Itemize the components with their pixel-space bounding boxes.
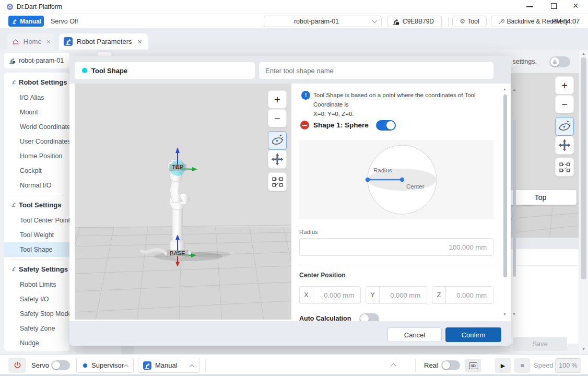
info-text: Tool Shape is based on a point where the… [313,90,496,119]
scroll-up-icon[interactable]: ▲ [582,52,585,55]
scroll-down-icon[interactable]: ▼ [582,347,585,351]
sidebar-item-tool-weight[interactable]: Tool Weight [4,228,69,242]
toolbar-divider [448,17,449,26]
radius-input[interactable]: 100.000 mm [299,238,493,256]
center-x-input[interactable]: X 0.000 mm [299,286,361,304]
radius-label: Radius [299,229,318,235]
parameter-settings-lock-toggle[interactable] [549,56,570,67]
role-status-dot [83,363,87,368]
title-bar: Dr.Dart-Platform × [0,0,588,14]
tab-home-label: Home [23,38,42,45]
power-button[interactable] [8,358,26,373]
confirm-button[interactable]: Confirm [445,327,501,342]
servo-toggle[interactable] [51,360,70,370]
zoom-out-button[interactable]: − [268,109,287,127]
measure-button[interactable] [268,172,287,191]
window-scrollbar[interactable]: ▲ ▼ [579,50,588,354]
stop-button[interactable]: ■ [514,358,530,373]
sidebar-item-cockpit[interactable]: Cockpit [4,163,69,178]
radius-unit: mm [475,243,487,251]
axis-x-label: X [300,287,313,303]
sidebar-item-user-coordinates[interactable]: User Coordinates [4,134,69,149]
auto-calculation-toggle[interactable] [359,313,379,321]
cancel-button[interactable]: Cancel [387,327,442,342]
bg-orbit-button[interactable] [555,117,574,136]
center-z-input[interactable]: Z 0.000 mm [432,286,493,304]
sidebar-item-safety-zone[interactable]: Safety Zone [4,321,69,336]
sidebar-item-robot-limits[interactable]: Robot Limits [4,277,69,292]
robot-lock-icon [392,18,399,26]
param-file-select[interactable]: robot-param-01 [264,16,382,27]
bottom-bar: Servo Supervisor Manual [0,354,588,376]
tcp-label: TCP [172,164,183,170]
viewer-3d-button[interactable]: 3D [465,359,481,372]
stop-icon: ■ [520,362,524,369]
robot-serial-box[interactable]: C9E8B79D [387,16,442,27]
role-select[interactable]: Supervisor [76,358,134,373]
bg-pan-button[interactable] [555,136,574,155]
pan-button[interactable] [268,150,287,169]
tool-shape-name-input[interactable] [259,62,493,79]
base-label: BASE [170,250,185,256]
zoom-in-button[interactable]: + [268,90,287,109]
bar-divider [205,359,206,372]
panel-scroll-down-icon[interactable]: ▼ [503,312,507,316]
shape-enabled-toggle[interactable] [376,120,396,131]
chevron-up-icon [124,365,129,370]
panel-scroll-up-icon[interactable]: ▲ [503,87,507,91]
sidebar-divider [9,195,64,195]
robot-3d-scene[interactable]: TCP BASE [75,84,291,320]
play-button[interactable]: ▶ [495,358,511,373]
sidebar-item-safety-stop-modes[interactable]: Safety Stop Modes [4,307,69,321]
top-toolbar: Manual Servo Off robot-param-01 C9E8B79D… [0,14,588,28]
tab-robot-parameters-close-icon[interactable]: × [138,38,142,46]
tab-home[interactable]: Home × [7,33,54,50]
sidebar-item-nudge[interactable]: Nudge [4,336,69,350]
remove-shape-icon[interactable] [300,121,309,130]
sidebar-item-world-coordinates[interactable]: World Coordinates [4,120,69,134]
minimize-button[interactable] [526,6,533,7]
bg-zoom-out-button[interactable]: − [555,95,574,113]
sidebar-item-mount[interactable]: Mount [4,105,69,120]
modal-3d-viewer[interactable]: TCP BASE Front Right Left Rear Top [75,84,291,320]
sidebar-header[interactable]: robot-param-01 [4,53,69,68]
window-scrollbar-thumb[interactable] [581,57,586,279]
panel-scrollbar-thumb[interactable] [503,95,507,277]
bg-scroll-up-icon[interactable]: ▲ [512,88,516,91]
pan-icon [558,139,571,151]
dock-collapse-icon[interactable] [391,363,396,369]
auto-calculation-label: Auto Calculation [299,315,351,321]
tab-robot-parameters[interactable]: Robot Parameters × [59,33,148,50]
role-value: Supervisor [91,361,124,369]
tool-button[interactable]: ⚙ Tool [452,16,487,27]
radius-value: 100.000 [449,243,474,251]
manual-mode-label: Manual [20,18,41,25]
sidebar-item-tool-center-point[interactable]: Tool Center Point [4,213,69,228]
bar-divider [489,359,489,372]
bg-save-button[interactable]: Save [513,337,567,351]
bg-scroll-down-icon[interactable]: ▼ [512,312,516,316]
orbit-button[interactable] [268,131,287,150]
real-mode-label: Real [424,361,438,369]
speed-value-box[interactable]: 100 % [555,358,581,373]
bg-measure-button[interactable] [555,158,574,177]
maximize-button[interactable] [551,3,557,9]
sidebar-item-tool-shape[interactable]: Tool Shape [4,242,69,257]
shape-settings-panel: ! Tool Shape is based on a point where t… [291,84,511,321]
sidebar-item-home-position[interactable]: Home Position [4,149,69,163]
close-button[interactable]: × [573,1,579,11]
bg-scrollbar-thumb[interactable] [513,120,516,277]
tool-section-icon [11,202,17,207]
sidebar-item-io-alias[interactable]: I/O Alias [4,90,69,105]
manual-mode-button[interactable]: Manual [8,16,44,27]
center-y-input[interactable]: Y 0.000 mm [366,286,427,304]
real-mode-toggle[interactable] [441,360,460,370]
sidebar-item-normal-io[interactable]: Normal I/O [4,178,69,193]
safety-section-icon [11,266,17,272]
tab-home-close-icon[interactable]: × [46,38,51,46]
sidebar-item-safety-io[interactable]: Safety I/O [4,292,69,307]
clock: PM 04:07 [551,18,580,25]
bg-zoom-in-button[interactable]: + [555,76,574,95]
operation-mode-select[interactable]: Manual [138,358,199,373]
sphere-diagram: Radius Center [299,140,493,219]
